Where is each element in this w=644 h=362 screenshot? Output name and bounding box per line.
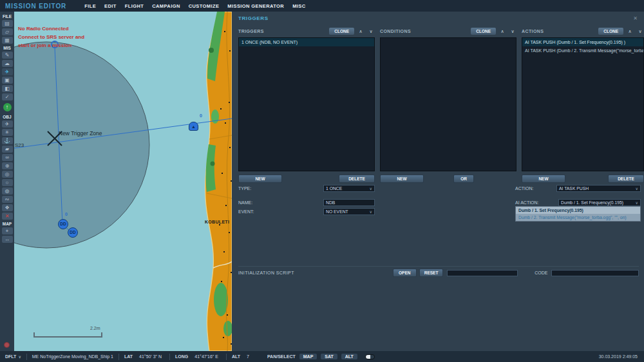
menu-bar: MISSION EDITOR FILE EDIT FLIGHT CAMPAIGN… [0,0,644,12]
new-mission-icon[interactable]: ▤ [2,20,13,27]
move-action-down-icon[interactable]: ∨ [636,29,644,34]
menu-misc[interactable]: MISC [292,3,305,9]
template-icon[interactable]: ◎ [2,171,13,178]
options-icon[interactable]: ▣ [2,77,13,84]
alt-value: 7 [247,354,249,359]
checklist-icon[interactable]: ✓ [2,93,13,100]
dropdown-option[interactable]: Dumb / 2. Transmit Message("morse_torba.… [516,214,640,221]
profile-value: DFLT [5,354,16,359]
new-trigger-button[interactable]: NEW [238,175,282,183]
save-mission-icon[interactable]: ▦ [2,37,13,44]
chevron-down-icon: ∨ [368,209,372,214]
action-select-value: AI TASK PUSH [559,186,589,191]
close-icon[interactable]: ✕ [633,15,638,21]
dropdown-option[interactable]: Dumb / 1. Set Frequency(0.195) [516,207,640,214]
triggers-panel: TRIGGERS ✕ TRIGGERS CLONE ∧ ∨ 1 ONCE (ND… [232,12,644,351]
brightness-toggle-icon[interactable] [365,354,375,359]
sound-icon[interactable]: ◧ [2,85,13,92]
ship-unit-icon[interactable]: DD [58,219,68,229]
status-bar: DFLT∨ ME NoTriggerZone Moving_NDB_Ship 1… [0,351,644,362]
menu-customize[interactable]: CUSTOMIZE [189,3,220,9]
name-input[interactable]: NDB [323,199,375,206]
new-action-button[interactable]: NEW [522,175,565,183]
fly-mission-icon[interactable]: ↑ [3,103,12,111]
type-select[interactable]: 1 ONCE ∨ [323,185,375,192]
name-label: NAME: [238,200,252,205]
city-label: KOBULETI [205,220,229,224]
train-icon[interactable]: ∞ [2,154,13,161]
green-dot-1 [209,48,214,53]
record-status-icon[interactable] [4,342,10,348]
static-object-icon[interactable]: ⊕ [2,162,13,169]
name-input-value: NDB [326,200,335,205]
triggers-list[interactable]: 1 ONCE (NDB, NO EVENT) [238,37,375,171]
move-condition-up-icon[interactable]: ∧ [498,29,506,34]
move-trigger-down-icon[interactable]: ∨ [367,29,375,34]
init-script-input[interactable] [447,270,518,276]
delete-action-button[interactable]: DELETE [608,175,644,183]
move-condition-down-icon[interactable]: ∨ [509,29,516,34]
ndb-unit-icon[interactable]: ▲ [189,122,198,131]
action-list-item[interactable]: AI TASK PUSH (Dumb / 2. Transmit Message… [522,46,643,55]
key-icon[interactable]: ⌖ [2,227,13,234]
ai-action-select[interactable]: Dumb / 1. Set Frequency(0.195) ∨ [558,199,641,206]
menu-file[interactable]: FILE [84,3,96,9]
panel-title: TRIGGERS [238,15,269,21]
clone-condition-button[interactable]: CLONE [471,28,496,35]
menu-flight[interactable]: FLIGHT [125,3,144,9]
ai-action-dropdown: Dumb / 1. Set Frequency(0.195) Dumb / 2.… [515,206,641,222]
lat-value: 41°50' 3" N [139,354,162,359]
delete-trigger-button[interactable]: DELETE [339,175,375,183]
event-select[interactable]: NO EVENT ∨ [323,208,375,215]
or-condition-button[interactable]: OR [453,175,474,183]
map-layer-button[interactable]: MAP [299,354,317,359]
airplane-icon[interactable]: ✈ [2,120,13,128]
briefing-icon[interactable]: ✎ [2,52,13,59]
new-condition-button[interactable]: NEW [380,175,424,183]
weather-icon[interactable]: ☁ [2,60,13,67]
ship-unit-icon[interactable]: DD [68,227,78,238]
type-select-value: 1 ONCE [326,186,342,191]
zone-icon[interactable]: ○ [2,179,13,186]
ruler-icon[interactable]: ↔ [2,236,13,243]
profile-dropdown[interactable]: DFLT∨ [5,354,21,359]
open-script-button[interactable]: OPEN [393,269,417,277]
clone-trigger-button[interactable]: CLONE [329,28,354,35]
sat-layer-button[interactable]: SAT [321,354,337,359]
open-mission-icon[interactable]: ▱ [2,28,13,35]
green-patch-1 [211,110,219,124]
map-canvas[interactable]: No Radio Connected Connect to SRS server… [14,12,232,351]
green-patch-2 [214,283,228,316]
divider [169,354,170,360]
green-dot-2 [211,162,215,166]
boat-icon[interactable]: ◍ [2,187,13,195]
triggers-icon[interactable]: ✈ [2,68,13,75]
menu-mission-generator[interactable]: MISSION GENERATOR [227,3,284,9]
action-select[interactable]: AI TASK PUSH ∨ [556,185,641,192]
ship-icon[interactable]: ⚓ [2,137,13,144]
app-title: MISSION EDITOR [5,3,66,10]
move-action-up-icon[interactable]: ∧ [626,29,634,34]
action-list-item[interactable]: AI TASK PUSH (Dumb / 1. Set Frequency(0.… [522,38,643,46]
vehicle-icon[interactable]: ▰ [2,146,13,153]
trigger-list-item[interactable]: 1 ONCE (NDB, NO EVENT) [239,38,374,46]
alt-layer-button[interactable]: ALT [341,354,357,359]
chain-icon[interactable]: ∾ [2,196,13,203]
actions-column: ACTIONS CLONE ∧ ∨ AI TASK PUSH (Dumb / 1… [522,27,644,183]
menu-campaign[interactable]: CAMPAIGN [152,3,180,9]
trigger-zone-circle[interactable] [14,42,149,248]
shapes-icon[interactable]: ❖ [2,204,13,211]
helicopter-icon[interactable]: ✳ [2,129,13,136]
clone-action-button[interactable]: CLONE [598,28,623,35]
code-input[interactable] [551,270,639,276]
actions-list[interactable]: AI TASK PUSH (Dumb / 1. Set Frequency(0.… [522,37,644,171]
chevron-down-icon: ∨ [18,355,21,359]
chevron-down-icon: ∨ [368,186,372,191]
map-artwork [14,12,232,351]
move-trigger-up-icon[interactable]: ∧ [357,29,365,34]
reset-script-button[interactable]: RESET [419,269,443,277]
event-label: EVENT: [238,209,254,214]
delete-icon[interactable]: ✕ [2,213,13,220]
menu-edit[interactable]: EDIT [104,3,117,9]
conditions-list[interactable] [380,37,516,171]
